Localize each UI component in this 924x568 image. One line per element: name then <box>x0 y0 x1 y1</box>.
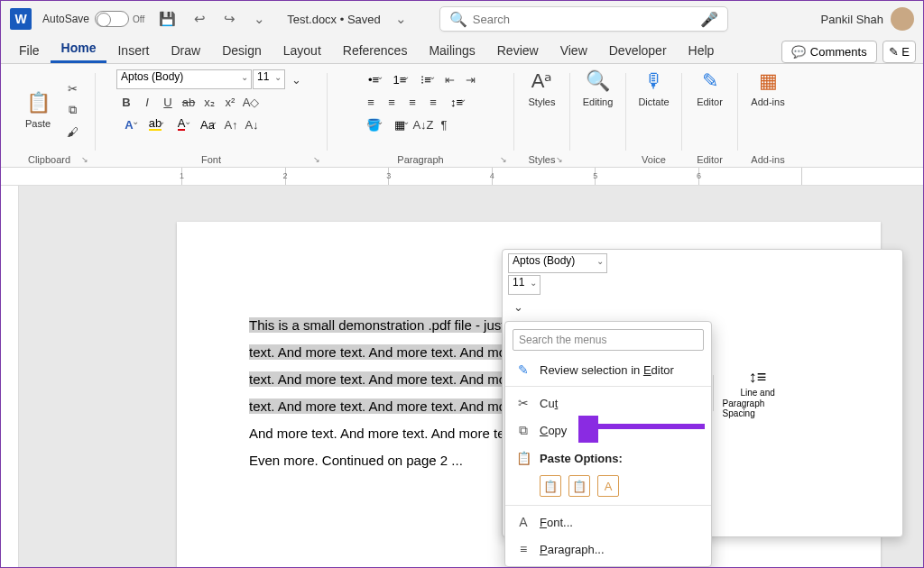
tab-mailings[interactable]: Mailings <box>418 38 485 63</box>
tab-home[interactable]: Home <box>51 35 107 63</box>
font-name-value: Aptos (Body) <box>121 70 183 83</box>
copy-icon[interactable]: ⧉ <box>62 100 82 120</box>
clear-formatting-icon[interactable]: A◇ <box>241 92 261 112</box>
bullets-button[interactable]: •≡ <box>361 69 386 89</box>
subscript-button[interactable]: x₂ <box>199 92 219 112</box>
addins-button[interactable]: ▦ Add-ins <box>746 69 790 107</box>
search-box[interactable]: 🔍 🎤 <box>439 6 728 32</box>
change-case-button[interactable]: Aa <box>195 115 220 134</box>
font-color-button[interactable]: A <box>169 115 194 134</box>
ctx-cut[interactable]: ✂ Cut <box>505 389 711 417</box>
increase-indent-button[interactable]: ⇥ <box>460 69 480 89</box>
comments-button[interactable]: 💬 Comments <box>781 41 877 63</box>
doc-title[interactable]: Test.docx • Saved <box>287 13 381 26</box>
italic-button[interactable]: I <box>137 92 157 112</box>
justify-button[interactable]: ≡ <box>423 92 443 112</box>
tab-help[interactable]: Help <box>678 38 725 63</box>
line-spacing-button[interactable]: ↕≡ <box>444 92 469 112</box>
doc-title-dropdown-icon[interactable]: ⌄ <box>392 9 411 29</box>
clipboard-launcher-icon[interactable]: ↘ <box>81 155 88 164</box>
text-effects-button[interactable]: A <box>116 115 142 134</box>
font-size-dropdown-icon[interactable]: ⌄ <box>286 69 306 89</box>
editing-button[interactable]: 🔍 Editing <box>577 69 620 107</box>
editor-button[interactable]: ✎ Editor <box>688 69 732 107</box>
dictate-button[interactable]: 🎙 Dictate <box>633 69 676 107</box>
numbering-button[interactable]: 1≡ <box>387 69 412 89</box>
align-center-button[interactable]: ≡ <box>382 92 402 112</box>
find-icon: 🔍 <box>586 69 610 93</box>
horizontal-ruler[interactable]: 1 2 3 4 5 6 <box>1 168 923 186</box>
styles-button[interactable]: Aᵃ Styles <box>521 69 564 107</box>
undo-icon[interactable]: ↩ <box>190 9 209 29</box>
font-name-combo[interactable]: Aptos (Body) <box>116 69 252 89</box>
mini-spacing-label1: Line and <box>740 388 774 398</box>
clipboard-group-label: Clipboard <box>6 154 92 165</box>
strikethrough-button[interactable]: ab <box>179 92 199 112</box>
paste-merge-icon[interactable]: 📋 <box>568 475 590 497</box>
tab-insert[interactable]: Insert <box>106 38 160 63</box>
paste-keep-source-icon[interactable]: 📋 <box>540 475 561 497</box>
ctx-search-input[interactable]: Search the menus <box>513 329 704 351</box>
ctx-paragraph[interactable]: ≡ Paragraph... <box>505 536 711 563</box>
font-launcher-icon[interactable]: ↘ <box>313 155 320 164</box>
ctx-font[interactable]: A Font... <box>505 508 711 536</box>
scissors-icon: ✂ <box>516 396 531 410</box>
tab-layout[interactable]: Layout <box>273 38 332 63</box>
cut-icon[interactable]: ✂ <box>62 78 82 98</box>
tab-draw[interactable]: Draw <box>160 38 211 63</box>
save-icon[interactable]: 💾 <box>155 9 180 29</box>
qat-customize-icon[interactable]: ⌄ <box>250 9 269 29</box>
superscript-button[interactable]: x² <box>220 92 240 112</box>
font-size-value: 11 <box>257 70 269 83</box>
mini-spacing-label2: Paragraph Spacing <box>723 399 793 418</box>
shading-button[interactable]: 🪣 <box>361 115 386 134</box>
user-avatar[interactable] <box>891 7 914 31</box>
addins-icon: ▦ <box>759 69 778 93</box>
ruler-tick-4: 4 <box>490 171 494 180</box>
styles-launcher-icon[interactable]: ↘ <box>556 155 563 164</box>
shrink-font-button[interactable]: A↓ <box>242 115 262 134</box>
vertical-ruler[interactable] <box>1 186 19 568</box>
clipboard-small-icon: 📋 <box>516 451 531 465</box>
borders-button[interactable]: ▦ <box>387 115 412 134</box>
autosave-toggle[interactable] <box>95 11 129 27</box>
mini-line-spacing-button[interactable]: ↕≡ Line and Paragraph Spacing <box>717 368 799 418</box>
tab-view[interactable]: View <box>550 38 598 63</box>
editing-mode-button[interactable]: ✎ E <box>882 41 916 63</box>
mini-font-combo[interactable]: Aptos (Body) <box>508 253 607 273</box>
tab-review[interactable]: Review <box>486 38 550 63</box>
voice-group-label: Voice <box>629 154 679 165</box>
decrease-indent-button[interactable]: ⇤ <box>439 69 459 89</box>
font-size-combo[interactable]: 11 <box>253 69 285 89</box>
redo-icon[interactable]: ↪ <box>220 9 239 29</box>
format-painter-icon[interactable]: 🖌 <box>62 122 82 142</box>
sort-button[interactable]: A↓Z <box>413 115 433 134</box>
highlight-button[interactable]: ab <box>143 115 168 134</box>
tab-design[interactable]: Design <box>211 38 273 63</box>
ctx-copy[interactable]: ⧉ Copy <box>505 417 711 444</box>
mini-chevron-down-icon[interactable]: ⌄ <box>508 297 528 316</box>
paragraph-launcher-icon[interactable]: ↘ <box>500 155 507 164</box>
tab-file[interactable]: File <box>8 38 51 63</box>
bold-button[interactable]: B <box>116 92 136 112</box>
paste-text-only-icon[interactable]: A <box>597 475 619 497</box>
tab-developer[interactable]: Developer <box>598 38 678 63</box>
ruler-tick-5: 5 <box>593 171 597 180</box>
ctx-review-editor[interactable]: ✎ Review selection in Editor <box>505 356 711 383</box>
grow-font-button[interactable]: A↑ <box>221 115 241 134</box>
comments-label: Comments <box>810 45 867 59</box>
mini-size-combo[interactable]: 11 <box>508 275 541 295</box>
align-right-button[interactable]: ≡ <box>402 92 422 112</box>
dictate-label: Dictate <box>638 96 669 107</box>
paste-button[interactable]: 📋 Paste <box>16 69 60 151</box>
show-marks-button[interactable]: ¶ <box>434 115 454 134</box>
underline-button[interactable]: U <box>158 92 178 112</box>
mic-icon[interactable]: 🎤 <box>700 11 718 28</box>
multilevel-list-button[interactable]: ⁝≡ <box>413 69 439 89</box>
ctx-font-label: Font... <box>540 516 573 529</box>
search-input[interactable] <box>473 13 700 26</box>
mini-spacing-icon: ↕≡ <box>749 368 767 387</box>
tab-references[interactable]: References <box>332 38 419 63</box>
user-name[interactable]: Pankil Shah <box>821 13 883 26</box>
align-left-button[interactable]: ≡ <box>361 92 381 112</box>
